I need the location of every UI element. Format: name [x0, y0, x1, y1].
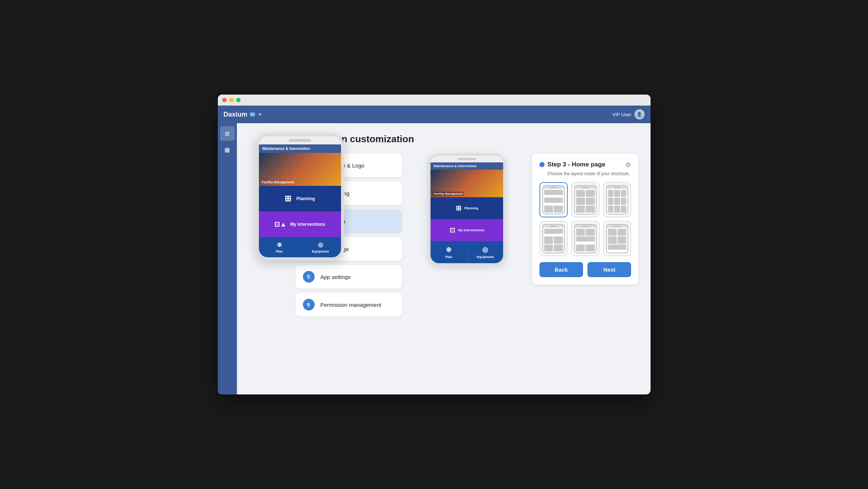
layout-option-2[interactable] — [571, 182, 600, 217]
user-label: VIP User — [612, 112, 631, 117]
preview-plan-item: ⊕ Plan — [431, 241, 467, 263]
preview-phone-hero-label: Facility Management — [433, 192, 464, 196]
preview-equipment-item: ◎ Equipment — [467, 241, 503, 263]
layout-panel: Step 3 - Home page ⚙ Choose the layout m… — [532, 154, 639, 284]
left-phone-hero: Facility Management — [259, 153, 341, 186]
settings-icon[interactable]: ⚙ — [625, 161, 631, 169]
mac-window: Daxium AI VIP User 👤 ⊞ ▦ Maintenance & I… — [218, 95, 651, 394]
mac-titlebar — [218, 95, 651, 106]
layout-phone-mini-1 — [542, 185, 565, 214]
step-subtitle: Choose the layout mode of your shortcuts… — [539, 171, 631, 176]
preview-equipment-icon: ◎ — [482, 246, 488, 254]
left-phone-hero-label: Facility Management — [262, 180, 294, 184]
logo-ai-badge: AI — [250, 112, 255, 117]
planning-label: Planning — [296, 196, 315, 201]
close-button[interactable] — [222, 98, 227, 102]
left-phone-mockup: Maintenance & Intervention Facility Mana… — [256, 133, 344, 260]
app-logo: Daxium AI — [224, 111, 261, 118]
main-content: Maintenance & Intervention Facility Mana… — [237, 123, 651, 394]
interventions-label: My interventions — [290, 222, 325, 227]
preview-phone-hero: Facility Management — [431, 170, 503, 197]
preview-phone-mockup: Maintenance & Intervention Facility Mana… — [428, 154, 505, 265]
preview-planning-icon: ⊞ — [456, 204, 461, 212]
preview-planning-item: ⊞ Planning — [431, 197, 503, 219]
logo-dot — [259, 113, 261, 115]
left-phone-section: Maintenance & Intervention Facility Mana… — [256, 133, 344, 260]
layout-option-5[interactable] — [571, 221, 600, 256]
back-button[interactable]: Back — [539, 262, 583, 277]
left-phone-app-name: Maintenance & Intervention — [259, 144, 341, 153]
layout-phone-mini-6 — [606, 224, 629, 253]
step-badge-5: 5 — [303, 271, 315, 283]
left-phone-planning: ⊞ Planning — [259, 186, 341, 212]
app-header: Daxium AI VIP User 👤 — [218, 106, 651, 123]
preview-interventions-row: ⊡ My Interventions — [431, 219, 503, 241]
page-title: Application customization — [296, 133, 639, 145]
layout-panel-header: Step 3 - Home page ⚙ — [539, 161, 631, 169]
logo-text: Daxium — [224, 111, 248, 118]
preview-plan-icon: ⊕ — [446, 246, 451, 254]
layout-phone-mini-4 — [542, 224, 565, 253]
layout-options-grid — [539, 182, 631, 256]
minimize-button[interactable] — [229, 98, 234, 102]
layout-phone-mini-2 — [574, 185, 597, 214]
preview-equipment-label: Equipment — [477, 255, 494, 259]
preview-phone-section: Maintenance & Intervention Facility Mana… — [414, 154, 520, 265]
layout-phone-mini-5 — [574, 224, 597, 253]
content-grid: 1 App name & Logo 2 App loading 3 App me… — [296, 154, 639, 316]
left-phone-plan: ⊕ Plan — [259, 237, 300, 257]
maximize-button[interactable] — [236, 98, 241, 102]
avatar: 👤 — [634, 109, 645, 120]
step-item-5[interactable]: 5 App settings — [296, 265, 402, 288]
step-dot — [539, 162, 545, 167]
preview-plan-label: Plan — [445, 255, 452, 259]
preview-phone-app-name: Maintenance & Intervention — [431, 162, 503, 170]
left-phone-equipment: ◎ Equipment — [300, 237, 341, 257]
preview-interventions-item: ⊡ My Interventions — [431, 219, 503, 241]
step-badge-6: 6 — [303, 299, 315, 310]
layout-option-1[interactable] — [539, 182, 568, 217]
step-title: Step 3 - Home page — [547, 161, 605, 168]
preview-planning-row: ⊞ Planning — [431, 197, 503, 219]
preview-phone-notch-bar — [458, 158, 476, 160]
layout-option-6[interactable] — [603, 221, 631, 256]
sidebar-item-grid[interactable]: ⊞ — [220, 126, 235, 141]
preview-planning-label: Planning — [464, 206, 478, 210]
user-info: VIP User 👤 — [612, 109, 645, 120]
left-phone-notch-bar — [289, 139, 311, 142]
layout-phone-mini-3 — [606, 185, 629, 214]
layout-option-4[interactable] — [539, 221, 568, 256]
left-phone-notch — [259, 136, 341, 144]
sidebar-item-table[interactable]: ▦ — [220, 142, 235, 157]
left-phone-interventions: ⊡▲ My interventions — [259, 212, 341, 237]
planning-icon: ⊞ — [285, 194, 291, 203]
preview-interventions-icon: ⊡ — [450, 226, 455, 234]
sidebar: ⊞ ▦ — [218, 123, 237, 394]
step-label-5: App settings — [321, 274, 351, 280]
next-button[interactable]: Next — [587, 262, 631, 277]
layout-option-3[interactable] — [603, 182, 631, 217]
preview-phone-menu: ⊞ Planning ⊡ My Interventions — [431, 197, 503, 263]
step-item-6[interactable]: 6 Permission management — [296, 293, 402, 316]
left-phone-bottom-row: ⊕ Plan ◎ Equipment — [259, 237, 341, 257]
action-buttons: Back Next — [539, 262, 631, 277]
preview-bottom-row: ⊕ Plan ◎ Equipment — [431, 241, 503, 263]
interventions-icon: ⊡▲ — [274, 220, 286, 228]
preview-phone-notch — [431, 156, 503, 162]
step-indicator: Step 3 - Home page — [539, 161, 605, 168]
preview-interventions-label: My Interventions — [458, 228, 484, 232]
step-label-6: Permission management — [321, 302, 381, 308]
